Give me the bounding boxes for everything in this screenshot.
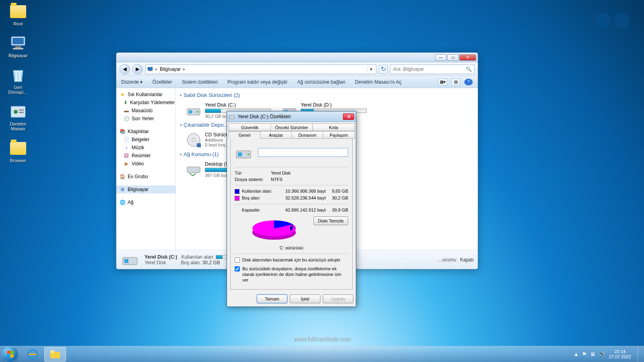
volume-label-input[interactable] bbox=[258, 148, 348, 157]
library-icon: 📚 bbox=[120, 129, 125, 134]
search-input[interactable] bbox=[393, 66, 472, 72]
preview-button[interactable]: ▤ bbox=[451, 78, 460, 86]
address-bar[interactable]: ▸ Bilgisayar ▸ ▾ bbox=[145, 64, 376, 74]
tab-quota[interactable]: Kota bbox=[312, 123, 355, 131]
toolbar-mapdrive[interactable]: Ağ sürücüsüne bağlan bbox=[297, 79, 345, 85]
nav-music[interactable]: ♪Müzik bbox=[116, 144, 175, 152]
type-label: Tür: bbox=[235, 170, 271, 176]
tab-security[interactable]: Güvenlik bbox=[229, 123, 271, 131]
tray-network-icon[interactable]: 🖥 bbox=[590, 351, 595, 357]
tray-overflow-icon[interactable]: ▲ bbox=[574, 351, 579, 357]
svg-rect-2 bbox=[15, 46, 21, 48]
clock[interactable]: 22:14 27.07.2022 bbox=[609, 349, 631, 360]
help-button[interactable]: ? bbox=[464, 78, 473, 86]
nav-homegroup[interactable]: 🏠Ev Grubu bbox=[116, 173, 175, 181]
footer-bitlocker: Kapalı bbox=[460, 257, 474, 263]
fs-label: Dosya sistemi: bbox=[235, 176, 271, 183]
svg-rect-21 bbox=[124, 259, 128, 263]
nav-desktop[interactable]: ▬Masaüstü bbox=[116, 107, 175, 115]
toolbar-properties[interactable]: Özellikler bbox=[152, 79, 172, 85]
tab-sharing[interactable]: Paylaşım bbox=[323, 131, 355, 139]
used-bytes: 10.366.906.368 bayt bbox=[279, 188, 326, 195]
view-button[interactable]: ▦▾ bbox=[438, 78, 447, 86]
nav-downloads[interactable]: ⬇Karşıdan Yüklemeler bbox=[116, 99, 175, 107]
hdd-icon bbox=[186, 102, 202, 118]
search-box[interactable]: 🔍 bbox=[390, 64, 475, 74]
ok-button[interactable]: Tamam bbox=[257, 294, 287, 303]
svg-rect-11 bbox=[189, 110, 192, 113]
back-button[interactable]: ◄ bbox=[120, 64, 130, 74]
homegroup-icon: 🏠 bbox=[120, 174, 125, 179]
control-panel-icon bbox=[10, 104, 26, 120]
nav-libraries[interactable]: 📚Kitaplıklar bbox=[116, 128, 175, 136]
close-button[interactable]: ✕ bbox=[343, 113, 354, 120]
pie-chart bbox=[250, 216, 298, 242]
tab-general[interactable]: Genel bbox=[229, 131, 260, 139]
forward-button[interactable]: ► bbox=[132, 64, 143, 74]
taskbar-pin-explorer[interactable] bbox=[44, 347, 66, 362]
hdd-icon bbox=[235, 144, 252, 161]
index-label: Bu sürücüdeki dosyaların, dosya özellikl… bbox=[242, 266, 348, 283]
computer-icon bbox=[147, 66, 153, 72]
footer-type: Yerel Disk bbox=[144, 260, 166, 265]
nav-row: ◄ ► ▸ Bilgisayar ▸ ▾ ↻ 🔍 bbox=[116, 62, 478, 76]
desktop-icon-cpanel[interactable]: Denetim Masası bbox=[3, 103, 33, 131]
index-checkbox[interactable] bbox=[235, 266, 240, 272]
address-dropdown[interactable]: ▾ bbox=[367, 66, 374, 72]
toolbar-uninstall[interactable]: Program kaldır veya değiştir bbox=[227, 79, 287, 85]
cap-label: Kapasite: bbox=[235, 207, 271, 213]
svg-point-25 bbox=[248, 154, 249, 155]
nav-network[interactable]: 🌐Ağ bbox=[116, 198, 175, 206]
disk-cleanup-button[interactable]: Diski Temizle bbox=[314, 216, 348, 225]
svg-rect-29 bbox=[50, 352, 60, 358]
nav-recent[interactable]: 🕘Son Yerler bbox=[116, 115, 175, 123]
svg-rect-18 bbox=[197, 143, 201, 147]
nav-computer[interactable]: 🖥Bilgisayar bbox=[116, 185, 175, 193]
start-button[interactable] bbox=[2, 346, 19, 362]
cancel-button[interactable]: İptal bbox=[290, 294, 320, 303]
tabs-container: Güvenlik Önceki Sürümler Kota Genel Araç… bbox=[227, 122, 356, 290]
toolbar-controlpanel[interactable]: Denetim Masası'nı Aç bbox=[355, 79, 402, 85]
maximize-button[interactable]: ▭ bbox=[447, 54, 458, 61]
desktop-icon-recycle[interactable]: Geri Dönüşü… bbox=[3, 67, 33, 95]
search-icon: 🔍 bbox=[466, 66, 472, 72]
section-hdd[interactable]: Sabit Disk Sürücüleri (2) bbox=[180, 92, 474, 98]
tray-volume-icon[interactable]: 🔊 bbox=[599, 351, 605, 357]
breadcrumb-item[interactable]: Bilgisayar bbox=[160, 66, 181, 72]
dialog-titlebar[interactable]: Yerel Disk (C:) Özellikleri ✕ bbox=[227, 111, 356, 122]
toolbar-system[interactable]: Sistem özellikleri bbox=[182, 79, 218, 85]
taskbar-pin-ie[interactable] bbox=[22, 347, 43, 362]
document-icon: 📄 bbox=[124, 137, 129, 142]
desktop-icon-computer[interactable]: Bilgisayar bbox=[3, 35, 33, 58]
clock-date: 27.07.2022 bbox=[609, 354, 631, 360]
system-tray: ▲ ⚑ 🖥 🔊 22:14 27.07.2022 bbox=[574, 346, 644, 362]
tray-flag-icon[interactable]: ⚑ bbox=[582, 351, 587, 357]
apply-button[interactable]: Uygula bbox=[323, 294, 353, 303]
pictures-icon: 🖼 bbox=[124, 153, 129, 158]
desktop-icon-browser[interactable]: Browser bbox=[3, 140, 33, 163]
show-desktop-button[interactable] bbox=[638, 346, 642, 362]
desktop-icon-root[interactable]: Root bbox=[3, 3, 33, 26]
nav-videos[interactable]: ▶Video bbox=[116, 160, 175, 168]
hdd-icon bbox=[120, 252, 140, 268]
nav-documents[interactable]: 📄Belgeler bbox=[116, 136, 175, 144]
wallpaper-art bbox=[593, 12, 632, 30]
toolbar-organize[interactable]: Düzenle ▾ bbox=[121, 79, 142, 85]
minimize-button[interactable]: — bbox=[435, 54, 446, 61]
tab-tools[interactable]: Araçlar bbox=[260, 131, 292, 139]
svg-rect-24 bbox=[238, 152, 242, 156]
drive-name: Yerel Disk (C:) bbox=[205, 102, 271, 108]
desktop-icon-label: Denetim Masası bbox=[4, 121, 33, 131]
window-titlebar[interactable]: — ▭ ✕ bbox=[116, 53, 478, 62]
nav-pictures[interactable]: 🖼Resimler bbox=[116, 152, 175, 160]
tab-previous[interactable]: Önceki Sürümler bbox=[270, 123, 313, 131]
compress-checkbox[interactable] bbox=[235, 257, 240, 263]
pie-label: C: sürücüsü bbox=[235, 245, 348, 250]
nav-favorites[interactable]: ★Sık Kullanılanlar bbox=[116, 90, 175, 99]
close-button[interactable]: ✕ bbox=[459, 54, 476, 61]
svg-rect-6 bbox=[19, 109, 24, 111]
tab-hardware[interactable]: Donanım bbox=[291, 131, 323, 139]
svg-point-5 bbox=[14, 110, 18, 114]
svg-rect-3 bbox=[13, 48, 23, 49]
refresh-button[interactable]: ↻ bbox=[379, 65, 388, 74]
